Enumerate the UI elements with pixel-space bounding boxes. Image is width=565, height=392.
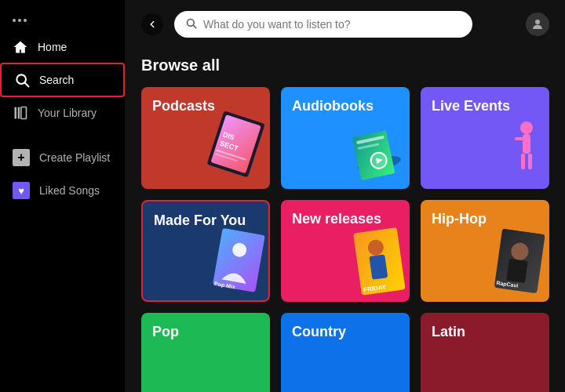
card-title: Live Events — [432, 98, 538, 114]
card-title: New releases — [292, 211, 399, 227]
dot — [24, 19, 27, 22]
sidebar-divider — [0, 135, 125, 141]
search-input[interactable] — [203, 18, 461, 31]
svg-rect-2 — [15, 107, 17, 119]
card-art-made-for-you: Pop Mix — [210, 227, 269, 300]
card-title: Pop — [152, 324, 259, 340]
svg-line-1 — [25, 83, 29, 87]
card-title: Country — [292, 324, 399, 340]
card-art-live-events — [483, 112, 546, 186]
card-podcasts[interactable]: Podcasts DIS SECT — [141, 87, 270, 189]
card-title: Latin — [432, 324, 538, 340]
sidebar-item-label: Home — [38, 41, 67, 53]
card-title: Made For You — [154, 212, 257, 229]
card-art-audiobooks — [344, 120, 410, 189]
card-title: Podcasts — [152, 98, 259, 114]
card-pop[interactable]: Pop — [141, 313, 270, 392]
back-button[interactable] — [141, 13, 163, 35]
main-content: Browse all Podcasts — [126, 0, 565, 392]
card-title: Hip-Hop — [432, 211, 538, 227]
user-avatar[interactable] — [526, 13, 549, 36]
card-art-hip-hop: RapCavi — [491, 228, 549, 302]
svg-point-7 — [535, 20, 540, 24]
sidebar-item-home[interactable]: Home — [0, 31, 125, 63]
svg-rect-23 — [515, 137, 530, 140]
svg-rect-31 — [369, 254, 388, 279]
dot — [18, 19, 21, 22]
card-audiobooks[interactable]: Audiobooks — [281, 87, 410, 189]
svg-rect-4 — [21, 107, 27, 119]
sidebar-item-create-playlist[interactable]: + Create Playlist — [0, 141, 125, 174]
sidebar-item-label: Search — [39, 74, 74, 86]
card-made-for-you[interactable]: Made For You Pop Mix — [141, 200, 270, 302]
card-country[interactable]: Country — [281, 313, 410, 392]
browse-title: Browse all — [141, 56, 549, 74]
more-options-menu[interactable] — [0, 9, 125, 31]
svg-rect-35 — [506, 259, 528, 283]
svg-rect-3 — [18, 107, 20, 119]
sidebar-action-label: Liked Songs — [39, 184, 100, 197]
browse-grid: Podcasts DIS SECT — [141, 87, 549, 392]
sidebar-divider — [0, 129, 125, 135]
sidebar-item-library[interactable]: Your Library — [0, 97, 125, 129]
sidebar-item-label: Your Library — [38, 107, 97, 119]
library-icon — [13, 105, 28, 121]
search-icon — [14, 72, 30, 88]
plus-icon: + — [13, 149, 30, 166]
svg-rect-22 — [523, 134, 530, 154]
sidebar: Home Search Your Library + Create Playli… — [0, 0, 126, 392]
card-hip-hop[interactable]: Hip-Hop RapCavi — [421, 200, 549, 302]
search-bar-icon — [185, 17, 197, 31]
sidebar-item-liked-songs[interactable]: ♥ Liked Songs — [0, 174, 125, 207]
heart-icon: ♥ — [13, 182, 30, 199]
sidebar-action-label: Create Playlist — [39, 151, 110, 164]
dot — [13, 19, 16, 22]
card-art-podcasts: DIS SECT — [204, 111, 270, 189]
card-latin[interactable]: Latin — [421, 313, 549, 392]
card-art-new-releases: FRIDAY — [352, 227, 410, 302]
home-icon — [13, 39, 28, 55]
sidebar-item-search[interactable]: Search — [0, 63, 125, 97]
svg-rect-24 — [521, 154, 525, 169]
svg-rect-25 — [528, 154, 532, 169]
svg-line-6 — [193, 25, 195, 27]
search-bar[interactable] — [174, 11, 472, 38]
card-new-releases[interactable]: New releases FRIDAY — [281, 200, 410, 302]
card-title: Audiobooks — [292, 98, 399, 114]
card-live-events[interactable]: Live Events — [421, 87, 549, 189]
browse-content: Browse all Podcasts — [126, 49, 565, 392]
svg-point-21 — [520, 122, 533, 134]
topbar — [126, 0, 565, 49]
